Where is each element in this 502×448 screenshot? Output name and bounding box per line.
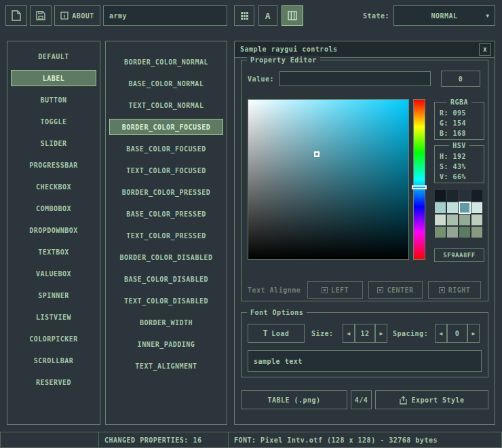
color-picker-marker[interactable]	[314, 151, 320, 157]
list-item-combobox[interactable]: COMBOBOX	[11, 200, 96, 217]
list-item-reserved[interactable]: RESERVED	[11, 374, 96, 390]
property-value-box-text: 0	[459, 75, 463, 83]
arrow-left-icon: ◀	[347, 331, 351, 337]
list-item-text_color_disabled[interactable]: TEXT_COLOR_DISABLED	[109, 293, 223, 309]
font-spacing-increase-button[interactable]: ▶	[467, 324, 480, 343]
list-item-border_color_pressed[interactable]: BORDER_COLOR_PRESSED	[109, 184, 223, 200]
state-dropdown[interactable]: NORMAL ▼	[393, 5, 495, 26]
list-item-checkbox[interactable]: CHECKBOX	[11, 179, 96, 195]
about-button[interactable]: ABOUT	[54, 5, 100, 26]
list-item-textbox[interactable]: TEXTBOX	[11, 244, 96, 260]
list-item-base_color_disabled[interactable]: BASE_COLOR_DISABLED	[109, 271, 223, 287]
color-swatch[interactable]	[471, 214, 482, 225]
color-swatch[interactable]	[459, 202, 470, 213]
list-item-border_color_disabled[interactable]: BORDER_COLOR_DISABLED	[109, 249, 223, 265]
color-swatch[interactable]	[471, 227, 482, 238]
list-item-scrollbar[interactable]: SCROLLBAR	[11, 352, 96, 369]
list-item-base_color_pressed[interactable]: BASE_COLOR_PRESSED	[109, 206, 223, 222]
color-swatch[interactable]	[435, 227, 446, 238]
hsv-group-label: HSV	[449, 141, 469, 150]
style-table-view-button[interactable]	[282, 5, 303, 26]
close-button[interactable]: x	[479, 43, 491, 56]
list-item-text_color_focused[interactable]: TEXT_COLOR_FOCUSED	[109, 162, 223, 179]
property-value-box[interactable]: 0	[441, 71, 480, 87]
new-file-icon	[12, 10, 21, 21]
list-item-border_color_normal[interactable]: BORDER_COLOR_NORMAL	[109, 54, 223, 70]
align-center-label: CENTER	[387, 286, 413, 294]
export-pages-value: 4/4	[355, 396, 368, 404]
list-item-colorpicker[interactable]: COLORPICKER	[11, 331, 96, 347]
hue-slider[interactable]	[413, 99, 425, 260]
list-item-base_color_focused[interactable]: BASE_COLOR_FOCUSED	[109, 141, 223, 157]
color-swatch[interactable]	[435, 190, 446, 201]
align-left-button[interactable]: LEFT	[307, 281, 363, 299]
list-item-inner_padding[interactable]: INNER_PADDING	[109, 336, 223, 352]
color-swatch[interactable]	[447, 190, 458, 201]
list-item-text_color_normal[interactable]: TEXT_COLOR_NORMAL	[109, 97, 223, 113]
align-right-icon	[439, 287, 445, 293]
new-style-button[interactable]	[5, 5, 27, 26]
export-table-button[interactable]: TABLE (.png)	[241, 390, 347, 409]
rgba-g-value: G: 154	[440, 118, 466, 128]
status-changed-properties: CHANGED PROPERTIES: 16	[98, 432, 229, 448]
hex-color-box[interactable]: 5F9AA8FF	[434, 248, 484, 262]
properties-list-panel: BORDER_COLOR_NORMALBASE_COLOR_NORMALTEXT…	[105, 41, 227, 425]
color-swatch[interactable]	[459, 214, 470, 225]
color-swatch[interactable]	[447, 202, 458, 213]
property-value-input[interactable]	[279, 71, 431, 86]
grid-view-button[interactable]	[234, 5, 254, 26]
list-item-default[interactable]: DEFAULT	[11, 48, 96, 64]
style-name-input[interactable]	[103, 5, 227, 26]
color-swatch[interactable]	[459, 190, 470, 201]
font-spacing-value-box[interactable]: 0	[447, 324, 467, 343]
color-swatch[interactable]	[459, 227, 470, 238]
list-item-spinner[interactable]: SPINNER	[11, 287, 96, 303]
export-table-label: TABLE (.png)	[267, 396, 320, 404]
color-swatch[interactable]	[435, 214, 446, 225]
list-item-label[interactable]: LABEL	[11, 70, 96, 86]
export-style-button[interactable]: Export Style	[375, 390, 488, 409]
list-item-dropdownbox[interactable]: DROPDOWNBOX	[11, 222, 96, 238]
list-item-base_color_normal[interactable]: BASE_COLOR_NORMAL	[109, 75, 223, 92]
font-load-button[interactable]: T Load	[248, 324, 305, 343]
list-item-border_color_focused[interactable]: BORDER_COLOR_FOCUSED	[109, 119, 223, 135]
grid-icon	[240, 12, 249, 20]
window-title: Sample raygui controls	[240, 45, 337, 53]
hue-slider-handle[interactable]	[412, 185, 427, 189]
hex-color-value: 5F9AA8FF	[443, 252, 475, 259]
hsv-v-value: V: 66%	[440, 172, 466, 182]
font-size-value-box[interactable]: 12	[355, 324, 375, 343]
table-icon	[288, 11, 297, 20]
chevron-down-icon: ▼	[486, 13, 489, 19]
state-label: State:	[335, 5, 389, 26]
list-item-text_color_pressed[interactable]: TEXT_COLOR_PRESSED	[109, 227, 223, 244]
align-right-button[interactable]: RIGHT	[428, 281, 481, 299]
arrow-right-icon: ▶	[380, 331, 383, 337]
color-swatch[interactable]	[447, 227, 458, 238]
color-swatch[interactable]	[435, 202, 446, 213]
list-item-slider[interactable]: SLIDER	[11, 135, 96, 151]
list-item-text_alignment[interactable]: TEXT_ALIGNMENT	[109, 358, 223, 374]
list-item-progressbar[interactable]: PROGRESSBAR	[11, 157, 96, 173]
font-spacing-decrease-button[interactable]: ◀	[435, 324, 447, 343]
color-swatch[interactable]	[447, 214, 458, 225]
font-view-button[interactable]: A	[258, 5, 277, 26]
font-info-text: FONT: Pixel Intv.otf (128 x 128) - 32768…	[234, 436, 438, 444]
font-size-value: 12	[360, 330, 369, 337]
list-item-toggle[interactable]: TOGGLE	[11, 113, 96, 130]
export-style-label: Export Style	[411, 396, 464, 404]
align-center-button[interactable]: CENTER	[368, 281, 423, 299]
list-item-button[interactable]: BUTTON	[11, 92, 96, 108]
list-item-valuebox[interactable]: VALUEBOX	[11, 265, 96, 282]
list-item-border_width[interactable]: BORDER_WIDTH	[109, 314, 223, 331]
save-style-button[interactable]	[30, 5, 52, 26]
font-size-decrease-button[interactable]: ◀	[343, 324, 355, 343]
font-size-increase-button[interactable]: ▶	[375, 324, 387, 343]
export-pages-box[interactable]: 4/4	[351, 390, 372, 409]
color-swatch[interactable]	[471, 202, 482, 213]
sample-text-input[interactable]: sample text	[248, 350, 482, 372]
color-saturation-value-panel[interactable]	[248, 99, 409, 260]
list-item-listview[interactable]: LISTVIEW	[11, 309, 96, 325]
align-left-label: LEFT	[331, 286, 349, 294]
color-swatch[interactable]	[471, 190, 482, 201]
